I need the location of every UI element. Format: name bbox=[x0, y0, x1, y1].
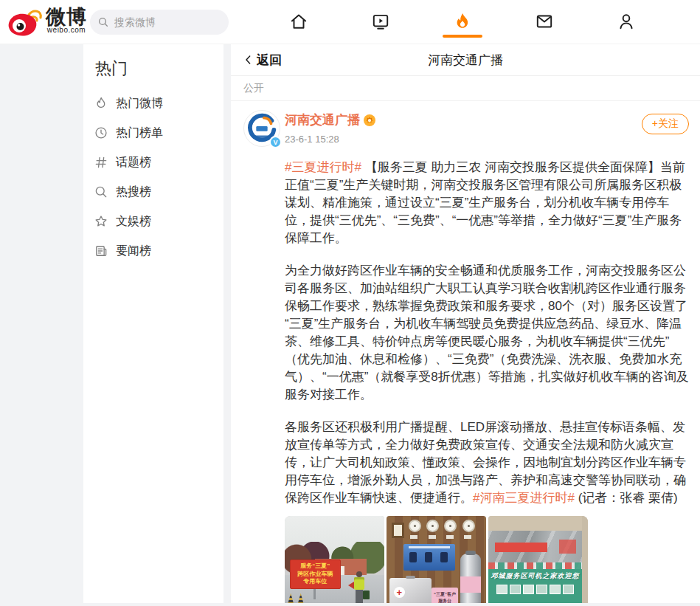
sign-line: 服务“三夏” bbox=[300, 562, 330, 571]
wall-clock bbox=[409, 520, 421, 532]
sidebar-item-label: 热门微博 bbox=[116, 96, 163, 111]
clock-label bbox=[446, 535, 454, 539]
photo3-wall-top bbox=[488, 516, 588, 531]
worker-head bbox=[356, 571, 362, 577]
weibo-logo-text: 微博 bbox=[46, 6, 87, 28]
photo1-worker bbox=[351, 571, 367, 603]
photo3-green-banner: 邓城服务区司机之家欢迎您 bbox=[488, 569, 582, 603]
photo2-pink-sign: “三夏”客户 服务台 bbox=[432, 588, 458, 603]
wall-clock bbox=[462, 520, 475, 532]
photo2-blue-poster bbox=[403, 544, 455, 571]
follow-button[interactable]: +关注 bbox=[642, 114, 689, 134]
author-name[interactable]: 河南交通广播 bbox=[285, 111, 360, 128]
news-icon bbox=[94, 244, 108, 258]
back-label: 返回 bbox=[257, 52, 282, 69]
clock-icon bbox=[94, 125, 108, 140]
banner-text: 邓城服务区司机之家欢迎您 bbox=[488, 571, 582, 581]
post-header: V 河南交通广播 23-6-1 15:28 +关注 bbox=[243, 110, 689, 148]
page-header: 返回 河南交通广播 bbox=[231, 44, 700, 76]
worker-vest bbox=[354, 577, 364, 590]
active-tab-underline bbox=[443, 35, 482, 38]
post-image-1[interactable]: 服务“三夏” 跨区作业车辆 专用车位 @河南交通广播 bbox=[285, 516, 384, 603]
first-aid-box bbox=[389, 578, 432, 603]
profile-icon[interactable] bbox=[617, 12, 636, 31]
sign-line: 跨区作业车辆 bbox=[297, 571, 333, 579]
clock-label bbox=[410, 535, 417, 539]
author-info: 河南交通广播 23-6-1 15:28 bbox=[285, 110, 375, 148]
post-image-3[interactable]: 邓城服务区司机之家欢迎您 @河南交通广播 bbox=[488, 516, 588, 603]
sidebar-item-hot-lists[interactable]: 热门榜单 bbox=[94, 118, 223, 148]
page-title: 河南交通广播 bbox=[428, 52, 503, 69]
post-text: #三夏进行时# 【服务三夏 助力三农 河南交投服务区提供全面保障】当前正值“三夏… bbox=[285, 159, 689, 507]
photo1-sign-post bbox=[313, 588, 316, 599]
post-timestamp: 23-6-1 15:28 bbox=[285, 134, 375, 145]
green-flag bbox=[363, 590, 370, 599]
thermos bbox=[460, 554, 481, 603]
sidebar-item-hot-weibo[interactable]: 热门微博 bbox=[94, 89, 223, 118]
post: V 河南交通广播 23-6-1 15:28 +关注 #三夏进行时# 【服务三夏 … bbox=[231, 101, 700, 603]
search-icon bbox=[94, 185, 108, 199]
hashtag-link[interactable]: #三夏进行时# bbox=[285, 160, 361, 174]
sidebar-item-label: 话题榜 bbox=[116, 155, 151, 171]
sign-line: 服务台 bbox=[438, 598, 451, 603]
post-text-segment: (记者：张睿 栗倩) bbox=[575, 491, 678, 505]
photo1-red-sign: 服务“三夏” 跨区作业车辆 专用车位 bbox=[290, 559, 341, 588]
search-input[interactable] bbox=[114, 16, 210, 28]
clock-label bbox=[464, 535, 471, 539]
hash-icon bbox=[94, 155, 108, 170]
sign-line: “三夏”客户 bbox=[434, 591, 456, 598]
photo3-tag-row bbox=[488, 562, 582, 568]
banner-thumbnails bbox=[488, 585, 582, 594]
top-navbar: 微博 weibo.com bbox=[0, 0, 700, 44]
sidebar-title: 热门 bbox=[95, 58, 223, 80]
avatar[interactable]: V bbox=[243, 110, 280, 147]
main-panel: 返回 河南交通广播 公开 V 河南交通广播 bbox=[231, 44, 700, 603]
home-icon[interactable] bbox=[289, 12, 308, 31]
sign-line: 专用车位 bbox=[303, 578, 327, 586]
flame-icon bbox=[94, 96, 108, 111]
hot-flame-icon[interactable] bbox=[453, 12, 472, 31]
back-button[interactable]: 返回 bbox=[243, 52, 282, 69]
post-text-segment: 为全力做好跨区作业车辆的安全畅通和优质服务工作，河南交投服务区公司各服务区、加油… bbox=[285, 264, 689, 402]
visibility-label: 公开 bbox=[231, 76, 700, 101]
post-paragraph: #三夏进行时# 【服务三夏 助力三农 河南交投服务区提供全面保障】当前正值“三夏… bbox=[285, 159, 689, 247]
post-paragraph: 为全力做好跨区作业车辆的安全畅通和优质服务工作，河南交投服务区公司各服务区、加油… bbox=[285, 262, 689, 404]
vip-badge-icon bbox=[364, 114, 375, 126]
search-box[interactable] bbox=[90, 10, 229, 35]
worker-legs bbox=[356, 590, 363, 603]
photo3-red-banner bbox=[495, 543, 547, 551]
star-icon bbox=[94, 214, 108, 229]
video-icon[interactable] bbox=[371, 12, 390, 31]
search-icon bbox=[97, 16, 109, 28]
hashtag-link[interactable]: #河南三夏进行时# bbox=[473, 491, 575, 505]
weibo-logo-domain: weibo.com bbox=[46, 26, 87, 34]
mail-icon[interactable] bbox=[535, 12, 554, 31]
sidebar-item-news[interactable]: 要闻榜 bbox=[94, 236, 223, 266]
sidebar-item-entertainment[interactable]: 文娱榜 bbox=[94, 207, 223, 236]
post-paragraph: 各服务区还积极利用广播提醒、LED屏滚动播放、悬挂宣传标语条幅、发放宣传单等方式… bbox=[285, 419, 689, 507]
chevron-left-icon bbox=[243, 54, 254, 66]
photo2-certificate bbox=[392, 523, 404, 538]
weibo-eye-icon bbox=[6, 5, 44, 42]
sidebar-item-label: 文娱榜 bbox=[116, 214, 151, 230]
post-image-grid: 服务“三夏” 跨区作业车辆 专用车位 @河南交通广播 bbox=[285, 516, 689, 603]
sidebar-item-label: 热搜榜 bbox=[116, 185, 151, 200]
clock-label bbox=[429, 535, 436, 539]
post-image-2[interactable]: “三夏”客户 服务台 @河南交通广播 bbox=[387, 516, 486, 603]
sidebar-item-topics[interactable]: 话题榜 bbox=[94, 148, 223, 177]
weibo-logo[interactable]: 微博 weibo.com bbox=[6, 5, 87, 42]
sidebar-item-label: 热门榜单 bbox=[116, 125, 163, 141]
red-flag bbox=[348, 582, 354, 589]
sidebar-item-hot-search[interactable]: 热搜榜 bbox=[94, 177, 223, 207]
sidebar: 热门 热门微博 热门榜单 话题榜 热搜榜 文娱榜 要闻榜 bbox=[83, 44, 223, 603]
sidebar-item-label: 要闻榜 bbox=[116, 244, 151, 259]
weibo-logo-text-wrap: 微博 weibo.com bbox=[46, 7, 87, 34]
verified-badge-icon: V bbox=[269, 136, 282, 148]
photo3-wall-right bbox=[582, 516, 588, 603]
photo3-red-poster bbox=[559, 540, 576, 554]
